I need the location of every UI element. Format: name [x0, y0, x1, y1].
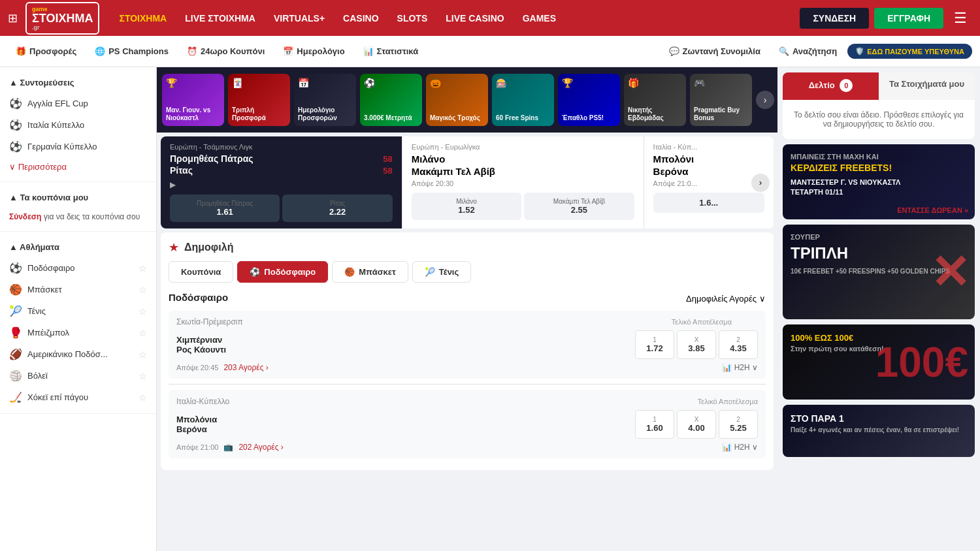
- banner-cta-1[interactable]: ΕΝΤΑΣΣΕ ΔΩΡΕΑΝ »: [897, 206, 968, 214]
- sidebar-item-england-efl[interactable]: ⚽ Αγγλία EFL Cup: [0, 93, 156, 114]
- odd-1-1-val: 1.72: [646, 343, 662, 353]
- popular-markets-dropdown[interactable]: Δημοφιλείς Αγορές ∨: [686, 294, 766, 304]
- sidebar-coupons-header[interactable]: ▲ Τα κουπόνια μου: [0, 187, 156, 208]
- team1-name: Προμηθέας Πάτρας: [170, 153, 253, 164]
- sidebar-item-hockey[interactable]: 🏒 Χόκεϊ επί πάγου ☆: [0, 386, 156, 408]
- sidebar-item-basketball[interactable]: 🏀 Μπάσκετ ☆: [0, 279, 156, 300]
- live-matches-next-arrow[interactable]: ›: [751, 174, 770, 192]
- promo-card-winner[interactable]: 🎁 Νικητής Εβδομάδας: [624, 74, 686, 126]
- odd-val-team1: 1.61: [217, 207, 233, 217]
- match3-team1: Μπολόνι: [653, 153, 764, 165]
- star-icon-volleyball[interactable]: ☆: [139, 371, 147, 381]
- match2-h2h[interactable]: 📊 H2H ∨: [722, 443, 758, 452]
- grid-icon[interactable]: ⊞: [8, 11, 18, 25]
- promo-card-title-6: Έπαθλο PS5!: [562, 114, 616, 122]
- register-button[interactable]: ΕΓΓΡΑΦΗ: [874, 8, 943, 29]
- match-footer-2: Απόψε 21:00 📺 202 Αγορές › 📊 H2H ∨: [176, 443, 758, 452]
- gift-promo-icon: 🎁: [628, 78, 639, 88]
- promo-card-triple[interactable]: 🃏 Τριπλή Προσφορά: [228, 74, 290, 126]
- match-divider: [169, 384, 766, 385]
- promo-row-next-arrow[interactable]: ›: [756, 91, 774, 109]
- sidebar-item-tennis[interactable]: 🎾 Τένις ☆: [0, 300, 156, 322]
- sec-nav-24hr-coupon[interactable]: ⏰ 24ωρο Κουπόνι: [179, 42, 272, 60]
- banner-line3: ΜΑΝΤΣΕΣΤΕΡ Γ. VS ΝΙΟΥΚΑΣΤΛ: [791, 178, 900, 187]
- football-icon-1: ⚽: [9, 97, 22, 110]
- sidebar-more-button[interactable]: ∨ Περισσότερα: [0, 157, 156, 176]
- odd-cell-1-x[interactable]: X 3.85: [677, 330, 716, 359]
- odd-cell-2-2[interactable]: 2 5.25: [719, 410, 758, 439]
- star-icon-baseball[interactable]: ☆: [139, 328, 147, 338]
- sec-nav-offers[interactable]: 🎁 Προσφορές: [8, 42, 84, 60]
- star-icon-football[interactable]: ☆: [139, 263, 147, 274]
- star-icon-basketball[interactable]: ☆: [139, 285, 147, 295]
- sidebar-germany-label: Γερμανία Κύπελλο: [27, 142, 97, 151]
- match1-home: Χιμπέρνιαν: [176, 335, 226, 345]
- sidebar-item-football[interactable]: ⚽ Ποδόσφαιρο ☆: [0, 257, 156, 279]
- sec-nav-calendar[interactable]: 📅 Ημερολόγιο: [275, 42, 352, 60]
- logo[interactable]: game ΣTOIXHMA .gr: [25, 2, 99, 35]
- odd-cell-2-1[interactable]: 1 1.60: [635, 410, 674, 439]
- betslip-tab-active[interactable]: Δελτίο 0: [783, 72, 879, 100]
- odd-cell-2-x[interactable]: X 4.00: [677, 410, 716, 439]
- sidebar-item-volleyball[interactable]: 🏐 Βόλεϊ ☆: [0, 365, 156, 386]
- match3-team2: Βερόνα: [653, 166, 764, 177]
- live-chat-button[interactable]: 💬 Ζωντανή Συνομιλία: [661, 42, 768, 60]
- promo-card-pragmatic[interactable]: 🎮 Pragmatic Buy Bonus: [690, 74, 752, 126]
- promo-banner-hundred[interactable]: 100% ΕΩΣ 100€ Στην πρώτη σου κατάθεση! 1…: [783, 324, 975, 400]
- sidebar-shortcuts-header[interactable]: ▲ Συντομεύσεις: [0, 72, 156, 93]
- match2-markets-link[interactable]: 202 Αγορές ›: [238, 443, 283, 452]
- nav-item-stoixima[interactable]: ΣΤΟΙΧΗΜΑ: [111, 9, 174, 27]
- odd-cell-1-1[interactable]: 1 1.72: [635, 330, 674, 359]
- promo-banner-super-triple[interactable]: ΣΟΥΠΕΡ ΤΡΙΠΛΗ 10€ FREEBET +50 FREESPINS …: [783, 225, 975, 319]
- promo-card-free-spins[interactable]: 🎰 60 Free Spins: [492, 74, 554, 126]
- signin-link[interactable]: Σύνδεση: [9, 212, 41, 221]
- promo-card-magic-wheel[interactable]: 🎃 Μαγικός Τροχός: [426, 74, 488, 126]
- sidebar-sports-header[interactable]: ▲ Αθλήματα: [0, 237, 156, 257]
- sidebar-item-italy-cup[interactable]: ⚽ Ιταλία Κύπελλο: [0, 114, 156, 136]
- promo-card-title-8: Pragmatic Buy Bonus: [694, 106, 748, 122]
- sidebar-item-baseball[interactable]: 🥊 Μπέιζμπολ ☆: [0, 322, 156, 343]
- odd-cell-1-2[interactable]: 2 4.35: [719, 330, 758, 359]
- betslip-tab-mybets[interactable]: Τα Στοιχήματά μου: [879, 72, 975, 100]
- nav-item-casino[interactable]: CASINO: [335, 9, 386, 27]
- sidebar-item-germany-cup[interactable]: ⚽ Γερμανία Κύπελλο: [0, 136, 156, 157]
- odd-btn-match2-team2[interactable]: Μακάμπι Τελ Αβίβ 2.55: [524, 193, 634, 220]
- odd-btn-team1-live[interactable]: Προμηθέας Πάτρας 1.61: [170, 195, 280, 222]
- odd-btn-match3[interactable]: 1.6...: [653, 193, 764, 213]
- sec-nav-stats[interactable]: 📊 Στατιστικά: [355, 42, 427, 60]
- nav-item-live-stoixima[interactable]: LIVE ΣΤΟΙΧΗΜΑ: [177, 9, 263, 27]
- match1-h2h[interactable]: 📊 H2H ∨: [722, 363, 758, 372]
- star-icon-tennis[interactable]: ☆: [139, 306, 147, 317]
- promo-banner-freebets[interactable]: ΜΠΑΙΝΕΙΣ ΣΤΗ ΜΑΧΗ ΚΑΙ ΚΕΡΔΙΖΕΙΣ FREEBETS…: [783, 144, 975, 219]
- nav-item-slots[interactable]: SLOTS: [389, 9, 436, 27]
- promo-banner-para1[interactable]: ΣΤΟ ΠΑΡΑ 1 Παίξε 4+ αγωνές και αν πέσεις…: [783, 405, 975, 457]
- sidebar-item-american-football[interactable]: 🏈 Αμερικάνικο Ποδόσ... ☆: [0, 343, 156, 365]
- basketball-label: Μπάσκετ: [27, 285, 62, 294]
- star-icon-amfootball[interactable]: ☆: [139, 349, 147, 360]
- pop-tab-basketball[interactable]: 🏀 Μπάσκετ: [332, 261, 408, 283]
- nav-item-live-casino[interactable]: LIVE CASINO: [438, 9, 512, 27]
- search-button[interactable]: 🔍 Αναζήτηση: [771, 42, 845, 60]
- nav-item-games[interactable]: GAMES: [515, 9, 564, 27]
- sec-nav-ps-champions[interactable]: 🌐 PS Champions: [87, 42, 176, 60]
- chat-icon: 💬: [669, 46, 679, 56]
- match-teams-odds-1: Χιμπέρνιαν Ρος Κάουντι 1 1.72 X 3.85: [176, 330, 758, 359]
- match1-markets-link[interactable]: 203 Αγορές ›: [223, 363, 268, 372]
- odd-btn-team2-live[interactable]: Ρίτας 2.22: [282, 195, 392, 222]
- promo-card-ps-champions[interactable]: 🏆 Μαν. Γιουν. vs Νιούκαστλ: [162, 74, 224, 126]
- star-icon-hockey[interactable]: ☆: [139, 392, 147, 403]
- sidebar-coupons-section: ▲ Τα κουπόνια μου Σύνδεση για να δεις τα…: [0, 182, 156, 232]
- promo-card-calendar[interactable]: 📅 Ημερολόγιο Προσφορών: [294, 74, 356, 126]
- promo-card-cash[interactable]: ⚽ 3.000€ Μετρητά: [360, 74, 422, 126]
- odd-btn-match2-team1[interactable]: Μιλάνο 1.52: [412, 193, 521, 220]
- pop-tab-football[interactable]: ⚽ Ποδόσφαιρο: [237, 261, 328, 283]
- promo-card-title-1: Τριπλή Προσφορά: [232, 106, 286, 122]
- nav-item-virtuals[interactable]: VIRTUALS+: [266, 9, 333, 27]
- odd-label-team1: Προμηθέας Πάτρας: [172, 200, 277, 207]
- coupons-msg2: για να δεις τα κουπόνια σου: [44, 212, 140, 221]
- pop-tab-coupons[interactable]: Κουπόνια: [169, 261, 233, 283]
- hamburger-icon[interactable]: ☰: [949, 7, 972, 29]
- promo-card-ps5[interactable]: 🏆 Έπαθλο PS5!: [558, 74, 620, 126]
- login-button[interactable]: ΣΥΝΔΕΣΗ: [800, 8, 869, 29]
- pop-tab-tennis[interactable]: 🎾 Τένις: [412, 261, 471, 283]
